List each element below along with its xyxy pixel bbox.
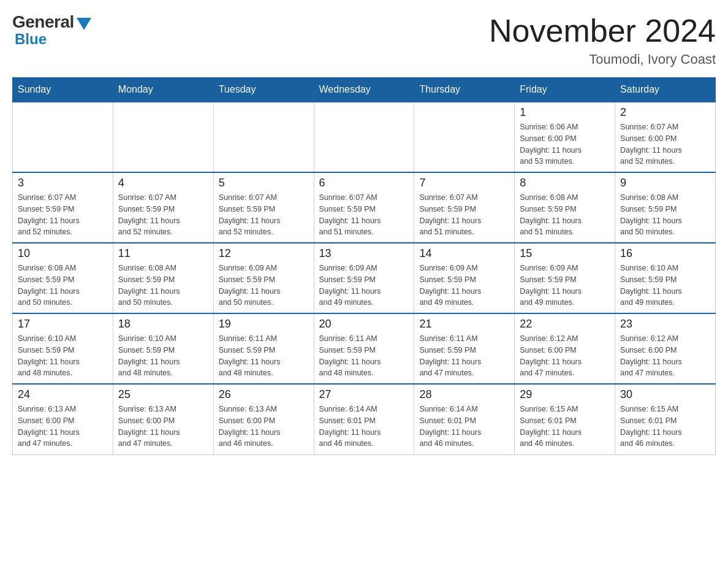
title-block: November 2024 Toumodi, Ivory Coast	[489, 12, 716, 67]
weekday-header-sunday: Sunday	[13, 78, 113, 102]
calendar-cell	[414, 102, 515, 172]
calendar-cell: 1Sunrise: 6:06 AM Sunset: 6:00 PM Daylig…	[515, 102, 615, 172]
day-number: 4	[118, 177, 208, 190]
calendar-cell: 17Sunrise: 6:10 AM Sunset: 5:59 PM Dayli…	[13, 313, 113, 384]
calendar-cell: 6Sunrise: 6:07 AM Sunset: 5:59 PM Daylig…	[314, 172, 414, 243]
calendar-cell: 30Sunrise: 6:15 AM Sunset: 6:01 PM Dayli…	[615, 384, 716, 454]
day-info: Sunrise: 6:09 AM Sunset: 5:59 PM Dayligh…	[319, 262, 409, 308]
page-header: General Blue November 2024 Toumodi, Ivor…	[12, 12, 716, 67]
day-number: 8	[520, 177, 610, 190]
calendar-cell: 26Sunrise: 6:13 AM Sunset: 6:00 PM Dayli…	[213, 384, 314, 454]
calendar-cell: 23Sunrise: 6:12 AM Sunset: 6:00 PM Dayli…	[615, 313, 716, 384]
calendar-cell: 27Sunrise: 6:14 AM Sunset: 6:01 PM Dayli…	[314, 384, 414, 454]
day-info: Sunrise: 6:14 AM Sunset: 6:01 PM Dayligh…	[419, 404, 509, 450]
calendar-week-row: 24Sunrise: 6:13 AM Sunset: 6:00 PM Dayli…	[13, 384, 716, 454]
calendar-week-row: 1Sunrise: 6:06 AM Sunset: 6:00 PM Daylig…	[13, 102, 716, 172]
day-info: Sunrise: 6:07 AM Sunset: 5:59 PM Dayligh…	[118, 192, 208, 238]
day-info: Sunrise: 6:15 AM Sunset: 6:01 PM Dayligh…	[620, 404, 710, 450]
day-number: 22	[520, 318, 610, 331]
day-info: Sunrise: 6:13 AM Sunset: 6:00 PM Dayligh…	[18, 404, 108, 450]
day-info: Sunrise: 6:11 AM Sunset: 5:59 PM Dayligh…	[319, 333, 409, 379]
calendar-cell: 7Sunrise: 6:07 AM Sunset: 5:59 PM Daylig…	[414, 172, 515, 243]
calendar-week-row: 10Sunrise: 6:08 AM Sunset: 5:59 PM Dayli…	[13, 243, 716, 313]
calendar-cell: 4Sunrise: 6:07 AM Sunset: 5:59 PM Daylig…	[113, 172, 213, 243]
day-number: 5	[219, 177, 309, 190]
weekday-header-wednesday: Wednesday	[314, 78, 414, 102]
calendar-cell: 21Sunrise: 6:11 AM Sunset: 5:59 PM Dayli…	[414, 313, 515, 384]
weekday-header-tuesday: Tuesday	[213, 78, 314, 102]
calendar-cell: 22Sunrise: 6:12 AM Sunset: 6:00 PM Dayli…	[515, 313, 615, 384]
day-info: Sunrise: 6:12 AM Sunset: 6:00 PM Dayligh…	[620, 333, 710, 379]
day-number: 18	[118, 318, 208, 331]
day-number: 2	[620, 106, 710, 119]
day-info: Sunrise: 6:12 AM Sunset: 6:00 PM Dayligh…	[520, 333, 610, 379]
day-number: 27	[319, 388, 409, 401]
day-info: Sunrise: 6:14 AM Sunset: 6:01 PM Dayligh…	[319, 404, 409, 450]
calendar-header-row: SundayMondayTuesdayWednesdayThursdayFrid…	[13, 78, 716, 102]
day-number: 19	[219, 318, 309, 331]
day-number: 30	[620, 388, 710, 401]
calendar-cell	[13, 102, 113, 172]
day-number: 26	[219, 388, 309, 401]
day-info: Sunrise: 6:13 AM Sunset: 6:00 PM Dayligh…	[219, 404, 309, 450]
day-number: 23	[620, 318, 710, 331]
day-number: 25	[118, 388, 208, 401]
day-number: 3	[18, 177, 108, 190]
logo: General Blue	[12, 12, 91, 48]
calendar-cell: 13Sunrise: 6:09 AM Sunset: 5:59 PM Dayli…	[314, 243, 414, 313]
day-info: Sunrise: 6:07 AM Sunset: 5:59 PM Dayligh…	[18, 192, 108, 238]
day-info: Sunrise: 6:11 AM Sunset: 5:59 PM Dayligh…	[219, 333, 309, 379]
day-number: 17	[18, 318, 108, 331]
day-number: 6	[319, 177, 409, 190]
day-number: 10	[18, 247, 108, 260]
calendar-cell: 15Sunrise: 6:09 AM Sunset: 5:59 PM Dayli…	[515, 243, 615, 313]
calendar-cell: 24Sunrise: 6:13 AM Sunset: 6:00 PM Dayli…	[13, 384, 113, 454]
day-info: Sunrise: 6:07 AM Sunset: 6:00 PM Dayligh…	[620, 121, 710, 167]
day-info: Sunrise: 6:10 AM Sunset: 5:59 PM Dayligh…	[118, 333, 208, 379]
logo-triangle-icon	[77, 18, 91, 30]
calendar-cell: 16Sunrise: 6:10 AM Sunset: 5:59 PM Dayli…	[615, 243, 716, 313]
calendar-cell: 20Sunrise: 6:11 AM Sunset: 5:59 PM Dayli…	[314, 313, 414, 384]
calendar-cell: 12Sunrise: 6:09 AM Sunset: 5:59 PM Dayli…	[213, 243, 314, 313]
day-number: 21	[419, 318, 509, 331]
day-info: Sunrise: 6:09 AM Sunset: 5:59 PM Dayligh…	[520, 262, 610, 308]
day-number: 9	[620, 177, 710, 190]
weekday-header-monday: Monday	[113, 78, 213, 102]
day-number: 29	[520, 388, 610, 401]
day-info: Sunrise: 6:13 AM Sunset: 6:00 PM Dayligh…	[118, 404, 208, 450]
calendar-cell: 25Sunrise: 6:13 AM Sunset: 6:00 PM Dayli…	[113, 384, 213, 454]
calendar-cell	[314, 102, 414, 172]
day-info: Sunrise: 6:07 AM Sunset: 5:59 PM Dayligh…	[219, 192, 309, 238]
day-number: 7	[419, 177, 509, 190]
calendar-cell: 10Sunrise: 6:08 AM Sunset: 5:59 PM Dayli…	[13, 243, 113, 313]
day-number: 11	[118, 247, 208, 260]
calendar-cell: 2Sunrise: 6:07 AM Sunset: 6:00 PM Daylig…	[615, 102, 716, 172]
day-info: Sunrise: 6:10 AM Sunset: 5:59 PM Dayligh…	[620, 262, 710, 308]
calendar-cell: 19Sunrise: 6:11 AM Sunset: 5:59 PM Dayli…	[213, 313, 314, 384]
calendar-cell: 14Sunrise: 6:09 AM Sunset: 5:59 PM Dayli…	[414, 243, 515, 313]
month-title: November 2024	[489, 12, 716, 49]
weekday-header-thursday: Thursday	[414, 78, 515, 102]
weekday-header-saturday: Saturday	[615, 78, 716, 102]
calendar-table: SundayMondayTuesdayWednesdayThursdayFrid…	[12, 77, 716, 455]
day-number: 20	[319, 318, 409, 331]
day-info: Sunrise: 6:15 AM Sunset: 6:01 PM Dayligh…	[520, 404, 610, 450]
day-info: Sunrise: 6:09 AM Sunset: 5:59 PM Dayligh…	[419, 262, 509, 308]
logo-general-text: General	[12, 12, 74, 32]
calendar-week-row: 3Sunrise: 6:07 AM Sunset: 5:59 PM Daylig…	[13, 172, 716, 243]
calendar-cell	[213, 102, 314, 172]
logo-blue-text: Blue	[15, 31, 47, 48]
day-info: Sunrise: 6:07 AM Sunset: 5:59 PM Dayligh…	[419, 192, 509, 238]
calendar-cell: 28Sunrise: 6:14 AM Sunset: 6:01 PM Dayli…	[414, 384, 515, 454]
day-number: 16	[620, 247, 710, 260]
day-info: Sunrise: 6:11 AM Sunset: 5:59 PM Dayligh…	[419, 333, 509, 379]
day-number: 14	[419, 247, 509, 260]
weekday-header-friday: Friday	[515, 78, 615, 102]
calendar-cell: 29Sunrise: 6:15 AM Sunset: 6:01 PM Dayli…	[515, 384, 615, 454]
day-number: 24	[18, 388, 108, 401]
day-info: Sunrise: 6:08 AM Sunset: 5:59 PM Dayligh…	[118, 262, 208, 308]
day-number: 13	[319, 247, 409, 260]
day-number: 28	[419, 388, 509, 401]
day-info: Sunrise: 6:10 AM Sunset: 5:59 PM Dayligh…	[18, 333, 108, 379]
calendar-cell: 18Sunrise: 6:10 AM Sunset: 5:59 PM Dayli…	[113, 313, 213, 384]
